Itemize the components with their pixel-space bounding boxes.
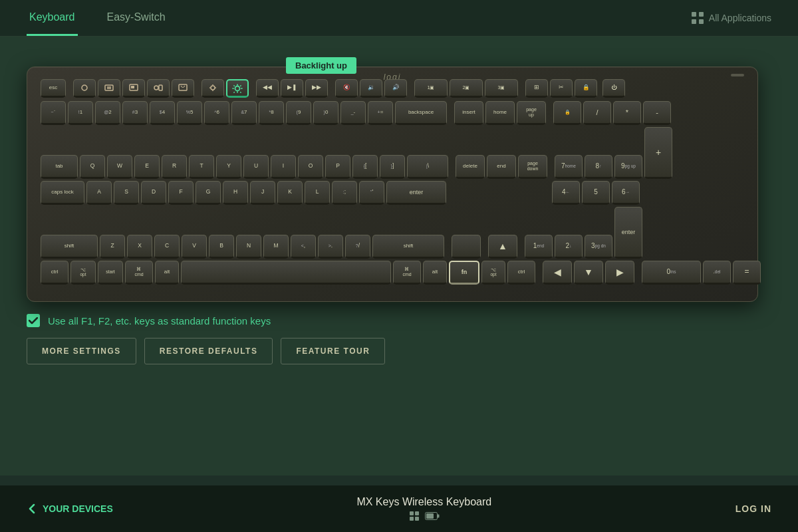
key-mute[interactable]: 🔇 <box>335 79 358 98</box>
key-5[interactable]: %5 <box>177 101 202 125</box>
numpad-enter[interactable]: enter <box>614 207 642 259</box>
key-7[interactable]: &7 <box>231 101 257 125</box>
key-r[interactable]: R <box>162 155 187 179</box>
key-f5[interactable] <box>172 79 194 98</box>
key-g[interactable]: G <box>196 181 221 205</box>
key-6[interactable]: ^6 <box>204 101 229 125</box>
key-insert[interactable]: insert <box>454 101 483 125</box>
key-arrow-left[interactable]: ◀ <box>543 261 572 285</box>
key-arrow-up[interactable]: ▲ <box>488 235 517 259</box>
key-1[interactable]: !1 <box>68 101 93 125</box>
key-v[interactable]: V <box>182 235 207 259</box>
key-backspace[interactable]: backspace <box>395 101 447 125</box>
key-period[interactable]: >. <box>318 235 343 259</box>
key-easy1[interactable]: 1▣ <box>414 79 448 98</box>
key-unknown-r[interactable] <box>452 235 481 259</box>
tab-easyswitch[interactable]: Easy-Switch <box>104 0 168 36</box>
key-delete[interactable]: delete <box>456 155 485 179</box>
key-j[interactable]: J <box>250 181 275 205</box>
key-x[interactable]: X <box>127 235 152 259</box>
key-2[interactable]: @2 <box>95 101 120 125</box>
key-a[interactable]: A <box>86 181 112 205</box>
key-tilde[interactable]: ~` <box>41 101 66 125</box>
key-play[interactable]: ▶❚ <box>281 79 303 98</box>
key-spacebar[interactable] <box>181 261 391 285</box>
key-cmd-r[interactable]: ⌘cmd <box>393 261 421 285</box>
numpad-1[interactable]: 1end <box>525 235 553 259</box>
key-semicolon[interactable]: :; <box>332 181 357 205</box>
key-power[interactable]: ⏻ <box>602 79 625 98</box>
key-q[interactable]: Q <box>80 155 105 179</box>
key-shift-r[interactable]: shift <box>372 235 444 259</box>
key-backslash[interactable]: |\ <box>407 155 448 179</box>
numpad-slash[interactable]: / <box>583 101 611 125</box>
key-alt-r[interactable]: alt <box>423 261 447 285</box>
numpad-plus[interactable]: + <box>644 127 672 179</box>
feature-tour-button[interactable]: FEATURE TOUR <box>281 338 385 364</box>
key-rbracket[interactable]: }] <box>380 155 405 179</box>
standard-function-keys-checkbox[interactable] <box>27 314 40 327</box>
key-start[interactable]: start <box>98 261 123 285</box>
log-in-button[interactable]: LOG IN <box>735 503 771 514</box>
numpad-equals[interactable]: = <box>733 261 761 285</box>
all-applications[interactable]: All Applications <box>692 12 771 24</box>
numpad-9[interactable]: 9pg up <box>614 155 642 179</box>
key-next[interactable]: ▶▶ <box>305 79 328 98</box>
numpad-2[interactable]: 2↓ <box>555 235 583 259</box>
key-snip[interactable]: ✂ <box>550 79 573 98</box>
key-8[interactable]: *8 <box>259 101 284 125</box>
key-s[interactable]: S <box>114 181 139 205</box>
key-page-down[interactable]: pagedown <box>518 155 547 179</box>
numpad-3[interactable]: 3pg dn <box>585 235 612 259</box>
tab-keyboard[interactable]: Keyboard <box>27 0 78 36</box>
numpad-minus[interactable]: - <box>643 101 671 125</box>
key-0[interactable]: )0 <box>313 101 338 125</box>
numpad-dot[interactable]: .del <box>703 261 731 285</box>
key-b[interactable]: B <box>209 235 234 259</box>
key-opt-r[interactable]: ⌥opt <box>481 261 505 285</box>
key-z[interactable]: Z <box>100 235 125 259</box>
key-3[interactable]: #3 <box>122 101 148 125</box>
numpad-asterisk[interactable]: * <box>613 101 641 125</box>
key-f2[interactable] <box>98 79 120 98</box>
key-e[interactable]: E <box>134 155 160 179</box>
key-quote[interactable]: "' <box>359 181 384 205</box>
key-page-up[interactable]: pageup <box>517 101 546 125</box>
restore-defaults-button[interactable]: RESTORE DEFAULTS <box>144 338 273 364</box>
key-cmd-l[interactable]: ⌘cmd <box>125 261 153 285</box>
numpad-6[interactable]: 6→ <box>612 181 640 205</box>
key-home[interactable]: home <box>485 101 515 125</box>
key-comma[interactable]: <, <box>291 235 316 259</box>
key-y[interactable]: Y <box>216 155 241 179</box>
numpad-0[interactable]: 0ins <box>642 261 701 285</box>
key-tab[interactable]: tab <box>41 155 78 179</box>
key-f6[interactable] <box>201 79 224 98</box>
key-vol-down[interactable]: 🔉 <box>360 79 382 98</box>
key-k[interactable]: K <box>277 181 303 205</box>
numpad-7[interactable]: 7home <box>555 155 583 179</box>
key-4[interactable]: $4 <box>150 101 175 125</box>
key-fn[interactable]: fn <box>449 261 479 285</box>
key-f1[interactable] <box>73 79 96 98</box>
key-alt-l[interactable]: alt <box>155 261 179 285</box>
key-t[interactable]: T <box>189 155 214 179</box>
key-p[interactable]: P <box>325 155 350 179</box>
key-end[interactable]: end <box>487 155 516 179</box>
key-vol-up[interactable]: 🔊 <box>384 79 407 98</box>
key-arrow-right[interactable]: ▶ <box>605 261 634 285</box>
key-caps[interactable]: caps lock <box>41 181 84 205</box>
key-f[interactable]: F <box>168 181 194 205</box>
key-u[interactable]: U <box>243 155 269 179</box>
key-screen[interactable]: ⊞ <box>525 79 548 98</box>
your-devices-button[interactable]: YOUR DEVICES <box>27 503 113 514</box>
key-f4[interactable] <box>147 79 170 98</box>
key-f7-backlight-up[interactable] <box>226 79 249 98</box>
key-slash[interactable]: ?/ <box>345 235 370 259</box>
numpad-4[interactable]: 4← <box>552 181 580 205</box>
numpad-8[interactable]: 8↑ <box>585 155 612 179</box>
key-ctrl-l[interactable]: ctrl <box>41 261 68 285</box>
key-h[interactable]: H <box>223 181 248 205</box>
key-prev[interactable]: ◀◀ <box>256 79 279 98</box>
key-o[interactable]: O <box>298 155 323 179</box>
key-n[interactable]: N <box>236 235 261 259</box>
